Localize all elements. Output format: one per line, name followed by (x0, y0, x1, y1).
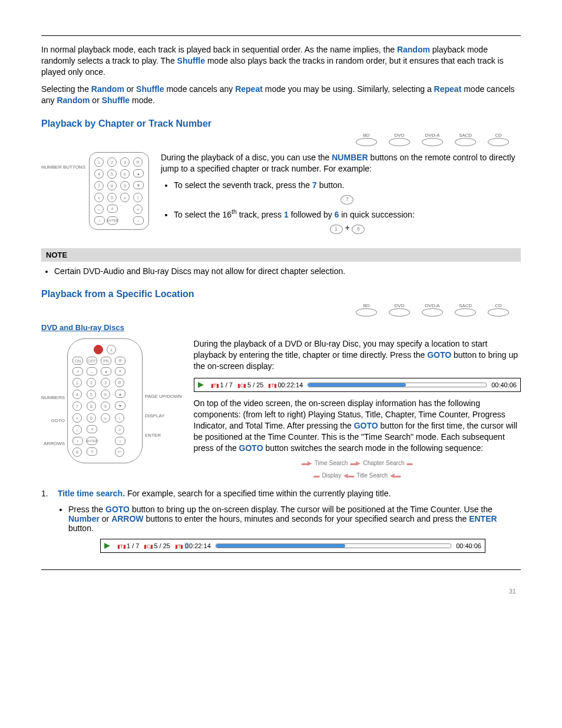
list-item: To select the seventh track, press the 7… (174, 180, 521, 205)
term-random: Random (397, 45, 430, 54)
intro-paragraph-1: In normal playback mode, each track is p… (41, 44, 521, 78)
key-1-icon: 1 (330, 225, 343, 234)
disc-badges-2: BD DVD DVD-A SACD CD (41, 303, 521, 317)
sequence-diagram: ▬▶Time Search ▬▶Chapter Search ▬ (194, 460, 521, 466)
intro-paragraph-2: Selecting the Random or Shuffle mode can… (41, 84, 521, 106)
osd-bar-1: ▮T▮1 / 7 ▮C▮5 / 25 ▮T▮00:22:14 00:40:06 (194, 378, 521, 392)
section-heading-chapter-track: Playback by Chapter or Track Number (41, 118, 521, 129)
progress-bar (308, 383, 487, 387)
subsection-heading: DVD and Blu-ray Discs (41, 322, 521, 333)
remote-keypad-icon: 123⊘ 456▲ 789▼ ×0±i ⌂∧≡ ‹ENTER› (89, 152, 149, 230)
title-icon: ▮T▮ (211, 383, 219, 388)
page-number: 31 (509, 588, 516, 595)
progress-bar (216, 543, 451, 548)
remote-label-number-buttons: NUMBER BUTTONS (41, 165, 85, 170)
list-item: To select the 16th track, press 1 follow… (174, 208, 521, 234)
term-repeat: Repeat (235, 84, 263, 94)
chapter-icon: ▮C▮ (237, 383, 246, 388)
key-6-icon: 6 (352, 225, 365, 234)
time-icon: ▮T▮ (268, 383, 276, 388)
list-item: Press the GOTO button to bring up the on… (68, 505, 521, 533)
section-heading-specific-location: Playback from a Specific Location (41, 289, 521, 299)
note-item: Certain DVD-Audio and Blu-ray Discs may … (54, 266, 521, 276)
osd-bar-2: ▮T▮1 / 7 ▮C▮5 / 25 ▮T▮00:22:14 00:40:06 (100, 539, 485, 553)
remote-full-icon: ± ONOFFPN⊘ ≡–♦✕ 123⊘ 456▲ 789▼ ×0±i ⌂∧≡ … (67, 338, 143, 463)
key-7-icon: 7 (340, 195, 353, 205)
disc-badges: BD DVD DVD-A SACD CD (41, 133, 521, 146)
play-icon (104, 543, 110, 549)
play-icon (198, 382, 204, 388)
note-heading: NOTE (41, 248, 521, 262)
term-shuffle: Shuffle (177, 56, 205, 65)
time-cursor-highlight: 0 (184, 542, 189, 549)
